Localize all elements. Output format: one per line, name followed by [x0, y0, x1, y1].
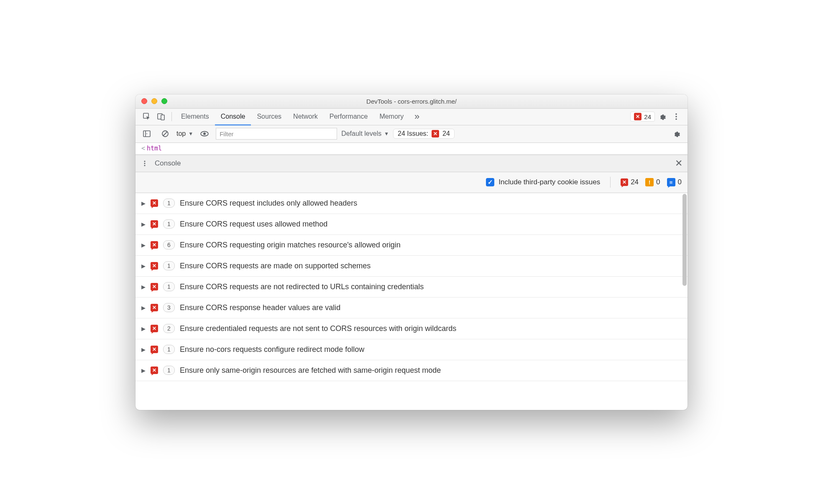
- context-selector[interactable]: top ▼: [176, 130, 193, 137]
- levels-label: Default levels: [341, 130, 381, 137]
- svg-point-9: [203, 132, 206, 135]
- svg-point-10: [144, 160, 145, 162]
- info-stat[interactable]: ≡ 0: [667, 178, 682, 186]
- error-count-badge[interactable]: ✕ 24: [630, 112, 655, 122]
- error-icon: ✕: [432, 130, 439, 137]
- issues-filter-row: ✓ Include third-party cookie issues ✕ 24…: [135, 172, 688, 193]
- issue-text: Ensure CORS response header values are v…: [180, 303, 340, 312]
- tab-label: Sources: [257, 113, 281, 120]
- svg-point-4: [675, 116, 677, 117]
- warning-stat[interactable]: ! 0: [645, 178, 660, 186]
- issue-count: 1: [163, 345, 175, 354]
- issue-row[interactable]: ▶ ✕ 1 Ensure CORS request uses allowed m…: [135, 214, 688, 235]
- disclosure-triangle-icon: ▶: [141, 221, 146, 227]
- issue-row[interactable]: ▶ ✕ 1 Ensure CORS request includes only …: [135, 193, 688, 214]
- context-label: top: [176, 130, 186, 137]
- issue-row[interactable]: ▶ ✕ 1 Ensure no-cors requests configure …: [135, 339, 688, 360]
- tab-sources[interactable]: Sources: [251, 108, 287, 125]
- traffic-lights: [141, 98, 167, 104]
- disclosure-triangle-icon: ▶: [141, 263, 146, 269]
- error-icon: ✕: [151, 199, 158, 207]
- disclosure-triangle-icon: ▶: [141, 326, 146, 332]
- error-icon: ✕: [634, 113, 642, 120]
- error-icon: ✕: [151, 325, 158, 332]
- tab-label: Network: [293, 113, 318, 120]
- drawer-header: Console ✕: [135, 155, 688, 172]
- disclosure-triangle-icon: ▶: [141, 305, 146, 311]
- issue-row[interactable]: ▶ ✕ 1 Ensure CORS requests are made on s…: [135, 256, 688, 277]
- inspect-element-icon[interactable]: [140, 109, 154, 124]
- tab-label: Console: [221, 113, 245, 120]
- tab-label: Memory: [379, 113, 404, 120]
- tab-memory[interactable]: Memory: [373, 108, 409, 125]
- error-icon: ✕: [621, 178, 628, 186]
- devtools-window: DevTools - cors-errors.glitch.me/ Elemen…: [135, 94, 688, 410]
- info-icon: ≡: [667, 178, 675, 186]
- issue-text: Ensure CORS request includes only allowe…: [180, 199, 357, 208]
- console-settings-button[interactable]: [669, 127, 683, 141]
- disclosure-triangle-icon: ▶: [141, 200, 146, 206]
- log-levels-selector[interactable]: Default levels ▼: [341, 130, 389, 137]
- error-stat[interactable]: ✕ 24: [621, 178, 639, 186]
- issue-count: 6: [163, 240, 175, 249]
- close-drawer-button[interactable]: ✕: [675, 158, 682, 169]
- issues-summary-button[interactable]: 24 Issues: ✕ 24: [393, 129, 455, 139]
- issues-count: 24: [442, 130, 450, 137]
- chevron-down-icon: ▼: [384, 131, 389, 137]
- third-party-cookies-checkbox[interactable]: ✓ Include third-party cookie issues: [486, 178, 600, 186]
- filter-input[interactable]: [216, 128, 337, 140]
- tab-network[interactable]: Network: [287, 108, 324, 125]
- tab-console[interactable]: Console: [215, 108, 251, 125]
- issue-text: Ensure CORS request uses allowed method: [180, 220, 327, 229]
- settings-button[interactable]: [655, 109, 669, 124]
- issue-count: 1: [163, 261, 175, 270]
- issue-row[interactable]: ▶ ✕ 1 Ensure only same-origin resources …: [135, 360, 688, 381]
- separator: [610, 177, 611, 188]
- svg-point-5: [675, 118, 677, 120]
- disclosure-triangle-icon: ▶: [141, 242, 146, 248]
- warning-icon: !: [645, 178, 654, 186]
- checkbox-label: Include third-party cookie issues: [498, 178, 600, 186]
- issues-list[interactable]: ▶ ✕ 1 Ensure CORS request includes only …: [135, 193, 688, 410]
- tabstrip: Elements Console Sources Network Perform…: [135, 109, 688, 125]
- live-expression-icon[interactable]: [197, 127, 212, 141]
- tab-elements[interactable]: Elements: [175, 108, 215, 125]
- drawer-menu-button[interactable]: [141, 156, 149, 171]
- clear-console-icon[interactable]: [158, 127, 172, 141]
- issue-text: Ensure only same-origin resources are fe…: [180, 366, 441, 375]
- device-toolbar-icon[interactable]: [154, 109, 168, 124]
- issue-text: Ensure credentialed requests are not sen…: [180, 324, 456, 333]
- error-stat-value: 24: [631, 178, 639, 186]
- error-icon: ✕: [151, 367, 158, 374]
- error-count: 24: [644, 113, 651, 120]
- issues-label: 24 Issues:: [398, 130, 428, 137]
- tab-label: Performance: [330, 113, 368, 120]
- issue-row[interactable]: ▶ ✕ 3 Ensure CORS response header values…: [135, 298, 688, 318]
- scrollbar-thumb[interactable]: [682, 194, 687, 286]
- window-title: DevTools - cors-errors.glitch.me/: [135, 98, 688, 105]
- issue-row[interactable]: ▶ ✕ 1 Ensure CORS requests are not redir…: [135, 277, 688, 298]
- error-icon: ✕: [151, 220, 158, 228]
- tab-label: Elements: [181, 113, 209, 120]
- issue-text: Ensure no-cors requests configure redire…: [180, 345, 364, 354]
- source-hint: <html: [135, 143, 688, 155]
- issue-row[interactable]: ▶ ✕ 2 Ensure credentialed requests are n…: [135, 318, 688, 339]
- error-icon: ✕: [151, 346, 158, 353]
- error-icon: ✕: [151, 241, 158, 249]
- sidebar-toggle-icon[interactable]: [140, 127, 154, 141]
- more-tabs-button[interactable]: »: [409, 109, 424, 124]
- minimize-window-button[interactable]: [151, 98, 157, 104]
- issue-count: 1: [163, 199, 175, 208]
- issue-count: 1: [163, 219, 175, 229]
- warning-stat-value: 0: [656, 178, 660, 186]
- tab-performance[interactable]: Performance: [324, 108, 374, 125]
- disclosure-triangle-icon: ▶: [141, 346, 146, 353]
- svg-point-12: [144, 165, 145, 166]
- chevron-down-icon: ▼: [188, 131, 193, 137]
- maximize-window-button[interactable]: [161, 98, 167, 104]
- issue-row[interactable]: ▶ ✕ 6 Ensure CORS requesting origin matc…: [135, 235, 688, 256]
- close-window-button[interactable]: [141, 98, 147, 104]
- console-toolbar: top ▼ Default levels ▼ 24 Issues: ✕ 24: [135, 125, 688, 143]
- kebab-menu-button[interactable]: [669, 109, 683, 124]
- error-icon: ✕: [151, 283, 158, 290]
